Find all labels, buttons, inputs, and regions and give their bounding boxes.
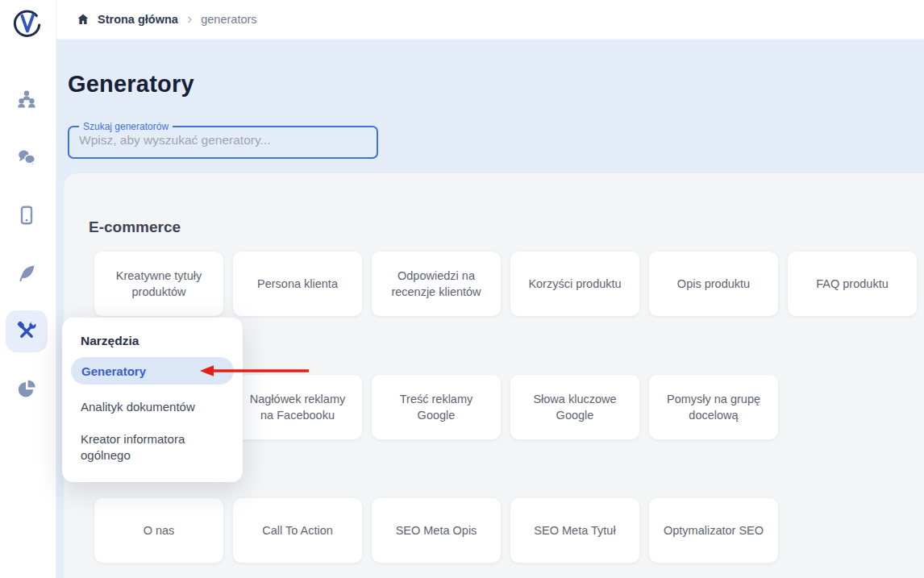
generator-card[interactable]: Optymalizator SEO xyxy=(649,498,778,563)
generator-card[interactable]: Persona klienta xyxy=(233,252,362,316)
tools-menu-popup: Narzędzia Generatory Analityk dokumentów… xyxy=(62,318,243,482)
generator-card[interactable]: Call To Action xyxy=(233,498,362,563)
breadcrumb-home-link[interactable]: Strona główna xyxy=(76,12,178,27)
search-input[interactable] xyxy=(77,131,370,148)
generator-card[interactable]: Treść reklamy Google xyxy=(372,375,501,439)
generator-card[interactable]: SEO Meta Opis xyxy=(372,498,501,563)
topbar: Strona główna › generators xyxy=(56,0,924,40)
breadcrumb: Strona główna › generators xyxy=(76,10,257,28)
tools-icon[interactable] xyxy=(6,310,48,352)
generator-card[interactable]: FAQ produktu xyxy=(788,252,917,316)
breadcrumb-current: generators xyxy=(201,13,256,26)
search-field: Szukaj generatorów xyxy=(68,122,378,159)
search-label: Szukaj generatorów xyxy=(79,122,173,131)
menu-item-analityk-dokumentow[interactable]: Analityk dokumentów xyxy=(81,399,195,415)
team-icon[interactable] xyxy=(6,78,48,120)
feather-icon[interactable] xyxy=(6,252,48,294)
generator-card[interactable]: Pomysły na grupę docelową xyxy=(649,375,778,439)
generator-card[interactable]: Korzyści produktu xyxy=(510,252,639,316)
generator-card[interactable]: Nagłówek reklamy na Facebooku xyxy=(233,375,362,439)
sidebar xyxy=(0,0,56,578)
menu-item-generatory[interactable]: Generatory xyxy=(71,357,234,385)
menu-item-kreator-informatora[interactable]: Kreator informatora ogólnego xyxy=(81,431,226,464)
generator-card[interactable]: O nas xyxy=(94,498,223,563)
generator-card[interactable]: Opis produktu xyxy=(649,252,778,316)
app-logo[interactable] xyxy=(12,9,43,40)
generator-card[interactable]: Kreatywne tytuły produktów xyxy=(94,252,223,316)
generator-card[interactable]: Odpowiedzi na recenzje klientów xyxy=(372,252,501,316)
breadcrumb-home-label: Strona główna xyxy=(98,13,178,26)
page-title: Generatory xyxy=(68,71,194,98)
chevron-right-icon: › xyxy=(185,10,194,28)
section-title-ecommerce: E-commerce xyxy=(89,218,181,236)
pie-chart-icon[interactable] xyxy=(6,368,48,410)
app-window: Strona główna › generators xyxy=(0,0,924,578)
mobile-icon[interactable] xyxy=(6,194,48,236)
generator-card[interactable]: Słowa kluczowe Google xyxy=(510,375,639,439)
tools-menu-title: Narzędzia xyxy=(81,334,139,348)
home-icon xyxy=(76,12,90,27)
chat-icon[interactable] xyxy=(6,137,48,179)
generator-card[interactable]: SEO Meta Tytuł xyxy=(510,498,639,563)
